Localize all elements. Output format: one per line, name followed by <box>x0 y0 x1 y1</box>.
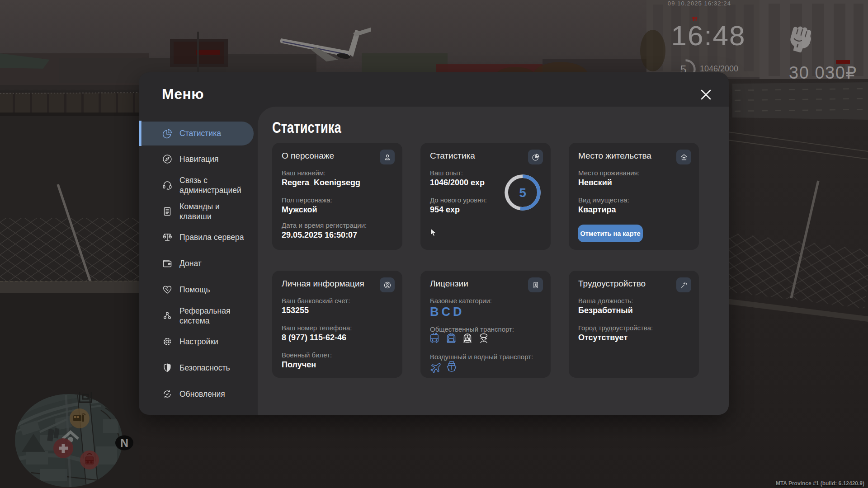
svg-text:N: N <box>120 436 128 449</box>
svg-text:5: 5 <box>519 185 526 200</box>
